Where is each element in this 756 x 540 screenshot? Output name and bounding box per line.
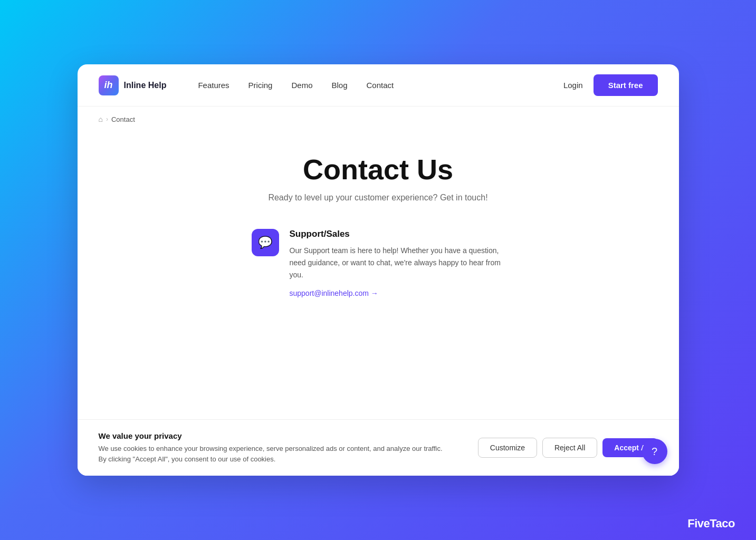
start-free-button[interactable]: Start free [594,74,658,96]
page-subtitle: Ready to level up your customer experien… [268,193,487,202]
cookie-banner: We value your privacy We use cookies to … [78,419,679,476]
support-icon: 💬 [252,229,279,256]
reject-all-button[interactable]: Reject All [542,438,597,458]
help-widget[interactable]: ? [642,439,667,464]
logo-link[interactable]: ih Inline Help [99,75,167,95]
navbar: ih Inline Help Features Pricing Demo Blo… [78,64,679,107]
logo-text: Inline Help [124,81,167,90]
contact-email-link[interactable]: support@inlinehelp.com → [290,289,378,297]
content-area: Contact Us Ready to level up your custom… [78,132,679,426]
cookie-buttons: Customize Reject All Accept A [478,438,658,458]
login-button[interactable]: Login [563,81,583,90]
fivetaco-watermark: FiveTaco [687,517,735,531]
nav-links: Features Pricing Demo Blog Contact [198,81,563,90]
nav-link-demo[interactable]: Demo [291,81,312,90]
help-icon: ? [652,446,657,458]
contact-details: Support/Sales Our Support team is here t… [290,229,505,298]
logo-icon: ih [99,75,119,95]
breadcrumb-home-icon[interactable]: ⌂ [99,115,103,123]
contact-card: 💬 Support/Sales Our Support team is here… [252,229,505,298]
breadcrumb-current: Contact [111,115,135,123]
contact-card-title: Support/Sales [290,229,505,239]
customize-button[interactable]: Customize [478,438,537,458]
breadcrumb-separator: › [106,115,108,123]
cookie-text-area: We value your privacy We use cookies to … [99,431,447,464]
cookie-description: We use cookies to enhance your browsing … [99,443,447,464]
nav-link-contact[interactable]: Contact [367,81,394,90]
main-card: ih Inline Help Features Pricing Demo Blo… [78,64,679,476]
contact-card-description: Our Support team is here to help! Whethe… [290,245,505,281]
nav-link-features[interactable]: Features [198,81,229,90]
page-title: Contact Us [303,153,453,186]
nav-right: Login Start free [563,74,658,96]
breadcrumb: ⌂ › Contact [78,107,679,132]
cookie-title: We value your privacy [99,431,447,440]
nav-link-pricing[interactable]: Pricing [248,81,273,90]
nav-link-blog[interactable]: Blog [331,81,347,90]
